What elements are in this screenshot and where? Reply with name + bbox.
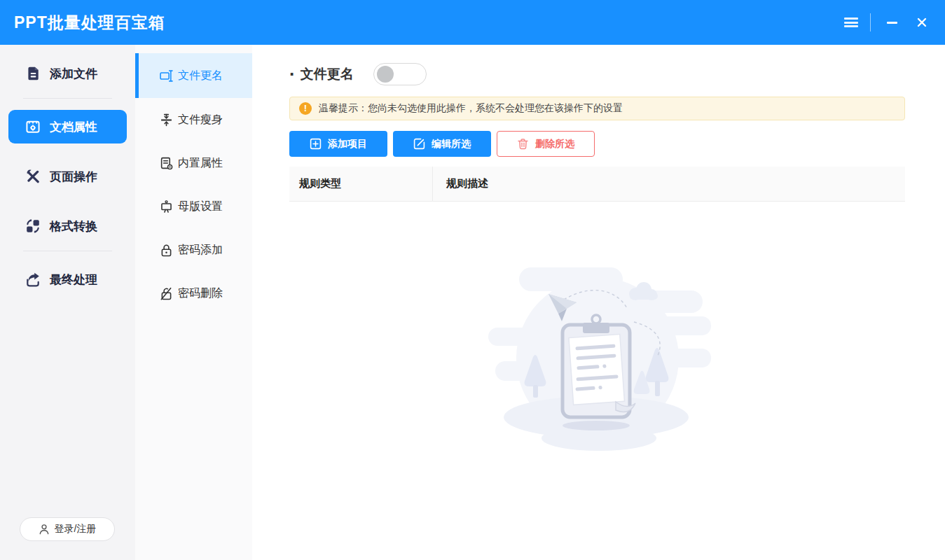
doc-props-icon — [25, 119, 41, 134]
file-add-icon — [25, 66, 41, 81]
trash-icon — [517, 138, 529, 150]
sidebar: 添加文件 文档属性 页面操作 格式转换 最终处理 — [0, 45, 135, 560]
warning-icon: ! — [299, 102, 312, 115]
enable-toggle[interactable] — [373, 63, 427, 85]
sidebar-item-label: 添加文件 — [50, 66, 97, 82]
action-buttons: 添加项目 编辑所选 删除所选 — [289, 131, 905, 157]
rename-icon — [160, 69, 173, 83]
submenu-item-slim[interactable]: 文件瘦身 — [135, 98, 252, 141]
submenu-item-builtin-props[interactable]: 内置属性 — [135, 141, 252, 185]
titlebar: PPT批量处理百宝箱 — [0, 0, 945, 45]
sidebar-item-final-process[interactable]: 最终处理 — [8, 262, 127, 296]
lock-remove-icon — [160, 287, 173, 300]
submenu-item-password-remove[interactable]: 密码删除 — [135, 272, 252, 315]
edit-selected-button[interactable]: 编辑所选 — [393, 131, 491, 157]
delete-selected-button[interactable]: 删除所选 — [497, 131, 595, 157]
minimize-icon — [887, 22, 897, 24]
submenu: 文件更名 文件瘦身 内置属性 母版设置 密码添加 — [135, 45, 252, 560]
submenu-item-label: 内置属性 — [178, 156, 223, 171]
easel-icon — [160, 200, 173, 214]
person-icon — [39, 524, 50, 535]
edit-square-icon — [413, 138, 425, 150]
delete-selected-label: 删除所选 — [535, 138, 574, 150]
plus-square-icon — [310, 138, 322, 150]
section-header: · 文件更名 — [289, 63, 905, 85]
section-bullet: · — [289, 67, 296, 81]
sidebar-item-label: 格式转换 — [50, 218, 97, 234]
sidebar-item-add-files[interactable]: 添加文件 — [8, 57, 127, 90]
close-button[interactable] — [913, 13, 931, 31]
lock-add-icon — [160, 244, 173, 257]
warning-banner: ! 温馨提示：您尚未勾选使用此操作，系统不会处理您在该操作下的设置 — [289, 97, 905, 120]
sidebar-item-doc-properties[interactable]: 文档属性 — [8, 110, 127, 144]
compress-icon — [160, 113, 173, 127]
final-export-icon — [25, 272, 41, 287]
edit-selected-label: 编辑所选 — [432, 138, 471, 150]
warning-text: 温馨提示：您尚未勾选使用此操作，系统不会处理您在该操作下的设置 — [319, 102, 623, 115]
add-item-button[interactable]: 添加项目 — [289, 131, 387, 157]
sidebar-divider — [23, 251, 112, 251]
login-register-button[interactable]: 登录/注册 — [20, 517, 115, 541]
format-convert-icon — [25, 218, 41, 234]
submenu-item-label: 文件更名 — [178, 69, 223, 83]
app-body: 添加文件 文档属性 页面操作 格式转换 最终处理 — [0, 45, 945, 560]
controls-divider — [870, 13, 871, 31]
sidebar-item-page-operations[interactable]: 页面操作 — [8, 160, 127, 193]
submenu-item-label: 密码删除 — [178, 286, 223, 301]
submenu-item-label: 文件瘦身 — [178, 113, 223, 127]
toggle-knob — [377, 66, 394, 83]
main-panel: · 文件更名 ! 温馨提示：您尚未勾选使用此操作，系统不会处理您在该操作下的设置… — [252, 45, 945, 560]
close-icon — [916, 17, 927, 28]
window-controls — [844, 13, 931, 31]
section-title: 文件更名 — [301, 65, 354, 83]
rules-table-header: 规则类型 规则描述 — [289, 167, 905, 202]
empty-state — [289, 252, 905, 462]
menu-icon[interactable] — [844, 18, 858, 27]
sidebar-item-format-convert[interactable]: 格式转换 — [8, 209, 127, 243]
sidebar-item-label: 最终处理 — [50, 272, 97, 288]
submenu-item-label: 母版设置 — [178, 200, 223, 214]
sidebar-item-label: 页面操作 — [50, 169, 97, 185]
submenu-item-rename[interactable]: 文件更名 — [135, 53, 252, 98]
submenu-item-label: 密码添加 — [178, 243, 223, 258]
login-register-label: 登录/注册 — [55, 523, 97, 536]
sidebar-divider — [23, 98, 112, 99]
column-header-rule-type: 规则类型 — [289, 167, 433, 201]
submenu-item-password-add[interactable]: 密码添加 — [135, 228, 252, 272]
column-header-rule-desc: 规则描述 — [433, 167, 905, 201]
add-item-label: 添加项目 — [328, 138, 367, 150]
page-tools-icon — [25, 169, 41, 184]
clipboard-empty-illustration — [478, 252, 717, 462]
submenu-item-master-settings[interactable]: 母版设置 — [135, 185, 252, 228]
doc-gear-icon — [160, 157, 173, 170]
minimize-button[interactable] — [883, 13, 901, 31]
app-title: PPT批量处理百宝箱 — [14, 12, 165, 34]
sidebar-item-label: 文档属性 — [50, 119, 97, 135]
